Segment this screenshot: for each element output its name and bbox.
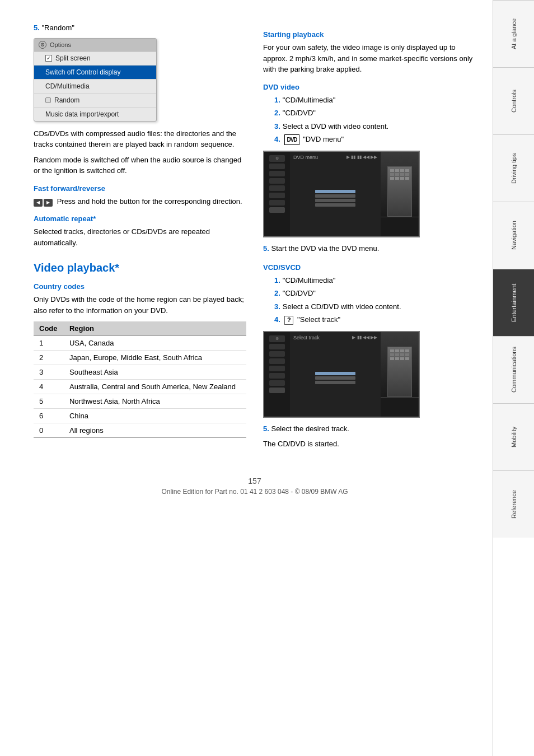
table-cell-region: China	[64, 409, 246, 423]
ctrl-btn: ⚙	[269, 335, 285, 342]
checkbox-split-screen	[45, 55, 52, 62]
menu-line	[315, 199, 355, 202]
window	[395, 349, 399, 352]
fast-forward-heading: Fast forward/reverse	[34, 184, 246, 193]
table-cell-region: Southeast Asia	[64, 365, 246, 380]
page-number: 157	[34, 477, 476, 486]
dvd-video-heading: DVD video	[263, 83, 476, 91]
options-titlebar: ⚙ Options	[34, 39, 156, 52]
table-cell-code: 0	[34, 423, 64, 438]
table-header-row: Code Region	[34, 321, 246, 336]
dvd-right-panel	[381, 152, 419, 236]
table-cell-code: 3	[34, 365, 64, 380]
main-content: 5. "Random" ⚙ Options Split screen	[0, 0, 493, 756]
ctrl-btn	[269, 358, 285, 364]
table-cell-code: 6	[34, 409, 64, 423]
menu-line	[315, 203, 355, 207]
list-item: 4. ? "Select track"	[274, 314, 476, 325]
table-row: 1USA, Canada	[34, 336, 246, 351]
dvd-screen-center: DVD menu ▶ ▮▮ ▮▮ ◀◀ ▶▶	[290, 152, 381, 236]
window	[390, 173, 394, 176]
page-footer: 157 Online Edition for Part no. 01 41 2 …	[34, 477, 476, 507]
menu-line	[315, 376, 355, 380]
ctrl-btn	[269, 178, 285, 184]
vcd-screen-label: Select track	[293, 335, 320, 340]
sidebar-tab-navigation[interactable]: Navigation	[493, 202, 534, 269]
window	[395, 169, 399, 172]
list-item: 3.Select a DVD with video content.	[274, 121, 476, 132]
question-badge-icon: ?	[284, 316, 293, 325]
ctrl-btn	[269, 351, 285, 357]
vcd-svcd-heading: VCD/SVCD	[263, 263, 476, 272]
window	[400, 173, 404, 176]
opt-switch-off[interactable]: Switch off Control display	[34, 66, 156, 80]
dot-icon	[45, 97, 51, 103]
sidebar-tab-at-a-glance[interactable]: At a glance	[493, 0, 534, 67]
para1: CDs/DVDs with compressed audio files: th…	[34, 128, 246, 150]
footer-text: Online Edition for Part no. 01 41 2 603 …	[34, 488, 476, 496]
window	[405, 177, 409, 180]
menu-line	[315, 190, 355, 193]
sidebar-tab-reference[interactable]: Reference	[493, 470, 534, 538]
forward-back-icons: ◀ ▶	[34, 199, 53, 207]
dvd-left-controls: ⚙	[264, 152, 290, 236]
step5-label: 5. "Random"	[34, 22, 246, 34]
ctrl-btn	[269, 344, 285, 349]
forward-btn-icon: ▶	[44, 199, 53, 207]
window	[400, 353, 404, 356]
sidebar-tab-controls[interactable]: Controls	[493, 67, 534, 134]
list-item: 2."CD/DVD"	[274, 288, 476, 299]
window	[400, 177, 404, 180]
windows2	[388, 347, 411, 362]
dvd-screen-body	[293, 162, 377, 234]
auto-repeat-text: Selected tracks, directories or CDs/DVDs…	[34, 226, 246, 248]
ctrl-btn	[269, 193, 285, 198]
opt-split-screen: Split screen	[34, 52, 156, 66]
para2: Random mode is switched off when the aud…	[34, 155, 246, 176]
building2	[387, 347, 412, 397]
dvd-screen-label: DVD menu	[293, 155, 318, 160]
window	[390, 169, 394, 172]
dvd-badge-icon: DVD	[284, 134, 299, 145]
ctrl-btn	[269, 171, 285, 176]
window	[395, 353, 399, 356]
vcd-screen-header: Select track ▶ ▮▮ ◀◀ ▶▶	[293, 335, 377, 340]
vcd-left-controls: ⚙	[264, 332, 290, 417]
ctrl-btn	[269, 373, 285, 379]
vcd-screen: ⚙ Select track ▶ ▮▮ ◀◀ ▶▶	[263, 331, 420, 418]
sidebar-tab-communications[interactable]: Communications	[493, 336, 534, 403]
step5-section: 5. "Random" ⚙ Options Split screen	[34, 22, 246, 122]
table-row: 2Japan, Europe, Middle East, South Afric…	[34, 351, 246, 365]
window	[395, 357, 399, 360]
list-item: 1."CD/Multimedia"	[274, 275, 476, 286]
menu-lines	[313, 370, 358, 386]
vcd-started-text: The CD/DVD is started.	[263, 438, 476, 450]
right-sidebar: At a glance Controls Driving tips Naviga…	[493, 0, 534, 756]
window	[395, 173, 399, 176]
table-cell-code: 2	[34, 351, 64, 365]
sidebar-tab-mobility[interactable]: Mobility	[493, 403, 534, 470]
two-column-layout: 5. "Random" ⚙ Options Split screen	[34, 22, 476, 454]
right-column: Starting playback For your own safety, t…	[263, 22, 476, 454]
table-cell-code: 4	[34, 380, 64, 394]
table-row: 4Australia, Central and South America, N…	[34, 380, 246, 394]
table-row: 3Southeast Asia	[34, 365, 246, 380]
ctrl-btn	[269, 164, 285, 169]
gear-icon: ⚙	[39, 41, 46, 49]
window	[390, 353, 394, 356]
window	[405, 349, 409, 352]
sidebar-tab-entertainment[interactable]: Entertainment	[493, 269, 534, 336]
window	[405, 357, 409, 360]
list-item: 1."CD/Multimedia"	[274, 95, 476, 106]
back-btn-icon: ◀	[34, 199, 43, 207]
menu-line	[315, 372, 355, 375]
vcd-steps-list: 1."CD/Multimedia" 2."CD/DVD" 3.Select a …	[263, 275, 476, 325]
col-header-code: Code	[34, 321, 64, 336]
sidebar-tab-driving-tips[interactable]: Driving tips	[493, 134, 534, 202]
country-codes-table: Code Region 1USA, Canada2Japan, Europe, …	[34, 321, 246, 438]
opt-cd-multimedia: CD/Multimedia	[34, 80, 156, 94]
menu-lines	[313, 188, 358, 209]
opt-random: Random	[34, 94, 156, 108]
dvd-step5-text: 5. Start the DVD via the DVD menu.	[263, 243, 476, 254]
window	[400, 357, 404, 360]
